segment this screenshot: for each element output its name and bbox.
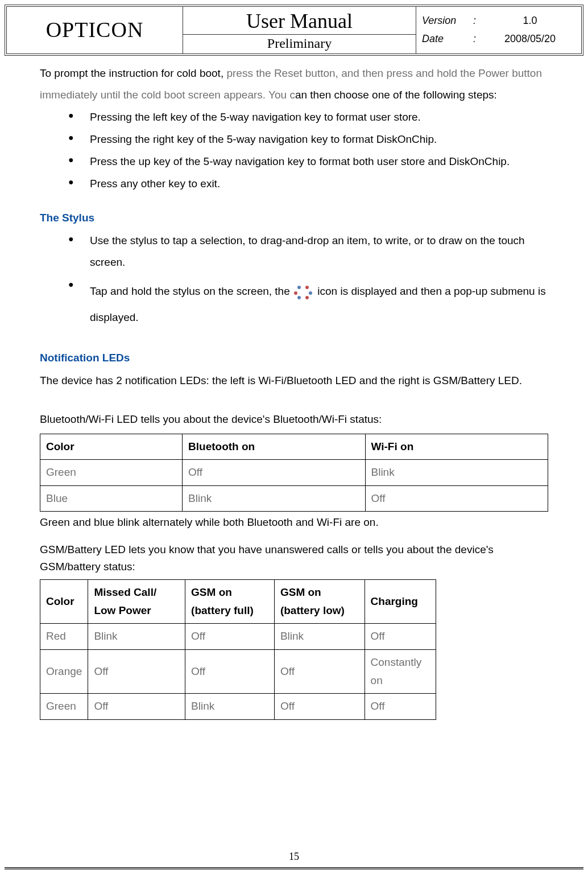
version-label: Version (422, 11, 473, 30)
gsm-led-intro: GSM/Battery LED lets you know that you h… (40, 541, 548, 576)
colon: : (473, 30, 485, 48)
th-gsm-full: GSM on (battery full) (185, 579, 275, 624)
cell: Blue (40, 485, 183, 511)
cell: Off (183, 460, 365, 485)
cell: Off (365, 485, 548, 511)
cell: Blink (185, 694, 275, 719)
th-bluetooth-on: Bluetooth on (183, 434, 365, 460)
colon: : (473, 11, 485, 30)
th-missed-lowpower: Missed Call/ Low Power (88, 579, 185, 624)
leds-intro: The device has 2 notification LEDs: the … (40, 370, 548, 392)
th-charging: Charging (365, 579, 436, 624)
bt-led-note: Green and blue blink alternately while b… (40, 512, 548, 533)
list-item: Pressing the left key of the 5-way navig… (68, 106, 548, 128)
cell: Orange (40, 649, 88, 694)
cell: Off (274, 694, 365, 719)
header-center: User Manual Preliminary (183, 7, 416, 53)
page-header: OPTICON User Manual Preliminary Version … (5, 5, 583, 56)
bluetooth-wifi-led-table: Color Bluetooth on Wi-Fi on Green Off Bl… (40, 434, 548, 512)
list-item: Press any other key to exit. (68, 173, 548, 195)
th-wifi-on: Wi-Fi on (365, 434, 548, 460)
table-row: Orange Off Off Off Constantly on (40, 649, 436, 694)
cell: Blink (274, 624, 365, 649)
doc-title: User Manual (183, 7, 416, 35)
date-value: 2008/05/20 (485, 30, 575, 48)
cell: Off (185, 624, 275, 649)
th-gsm-low: GSM on (battery low) (274, 579, 365, 624)
table-row: Color Bluetooth on Wi-Fi on (40, 434, 548, 460)
brand-name: OPTICON (7, 7, 183, 53)
cell: Off (274, 649, 365, 694)
page-number: 15 (0, 851, 588, 863)
intro-part1: To prompt the instruction for cold boot, (40, 67, 226, 79)
coldboot-steps-list: Pressing the left key of the 5-way navig… (40, 106, 548, 195)
cell: Off (365, 624, 436, 649)
th-color: Color (40, 434, 183, 460)
table-row: Green Off Blink Off Off (40, 694, 436, 719)
list-item: Tap and hold the stylus on the screen, t… (68, 274, 548, 335)
stylus-list: Use the stylus to tap a selection, to dr… (40, 230, 548, 335)
cell: Off (365, 694, 436, 719)
table-row: Blue Blink Off (40, 485, 548, 511)
bottom-rule (5, 867, 583, 870)
th-color: Color (40, 579, 88, 624)
cell: Off (185, 649, 275, 694)
list-item: Use the stylus to tap a selection, to dr… (68, 230, 548, 273)
cell: Blink (365, 460, 548, 485)
list-item: Press the up key of the 5-way navigation… (68, 151, 548, 172)
gsm-battery-led-table: Color Missed Call/ Low Power GSM on (bat… (40, 579, 436, 720)
bt-led-intro: Bluetooth/Wi-Fi LED tells you about the … (40, 409, 548, 430)
version-value: 1.0 (485, 11, 575, 30)
table-row: Green Off Blink (40, 460, 548, 485)
header-meta: Version : 1.0 Date : 2008/05/20 (416, 7, 581, 53)
leds-heading: Notification LEDs (40, 347, 548, 369)
list-item: Pressing the right key of the 5-way navi… (68, 129, 548, 150)
cell: Blink (88, 624, 185, 649)
cell: Off (88, 649, 185, 694)
table-row: Color Missed Call/ Low Power GSM on (bat… (40, 579, 436, 624)
coldboot-intro: To prompt the instruction for cold boot,… (40, 63, 548, 106)
cell: Green (40, 694, 88, 719)
doc-subtitle: Preliminary (183, 35, 416, 53)
stylus-bullet2a: Tap and hold the stylus on the screen, t… (90, 285, 293, 297)
date-label: Date (422, 30, 473, 48)
tap-hold-icon (294, 285, 313, 299)
cell: Off (88, 694, 185, 719)
cell: Green (40, 460, 183, 485)
intro-part3: an then choose one of the following step… (295, 89, 497, 101)
cell: Blink (183, 485, 365, 511)
cell: Red (40, 624, 88, 649)
page-content: To prompt the instruction for cold boot,… (40, 63, 548, 720)
stylus-heading: The Stylus (40, 207, 548, 229)
table-row: Red Blink Off Blink Off (40, 624, 436, 649)
cell: Constantly on (365, 649, 436, 694)
